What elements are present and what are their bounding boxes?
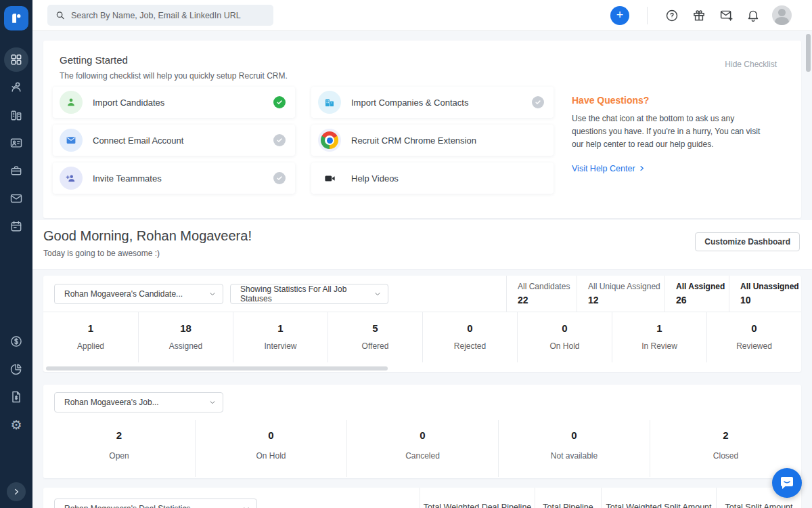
- deals-icon: [9, 335, 23, 348]
- jobs-icon: [9, 164, 23, 177]
- topbar: +: [32, 0, 812, 31]
- check-pending-icon: [532, 96, 544, 108]
- invoices-icon: [9, 390, 23, 404]
- deal-stats-card: Rohan Mogaveera's Deal Statistics Total …: [43, 488, 801, 508]
- sidebar-item-companies[interactable]: [4, 103, 28, 127]
- sidebar: ⚙: [0, 0, 32, 508]
- candidate-stats-header: Rohan Mogaveera's Candidate... Showing S…: [43, 276, 801, 312]
- search-icon: [55, 10, 65, 20]
- sidebar-item-calendar[interactable]: [4, 214, 28, 238]
- checklist-item-connect-email[interactable]: Connect Email Account: [53, 125, 295, 156]
- greeting-subtitle: Today is going to be awesome :): [43, 249, 160, 258]
- getting-started-title: Getting Started: [60, 54, 785, 66]
- col-total-pipeline: Total Pipeline: [535, 488, 601, 508]
- sidebar-item-settings[interactable]: ⚙: [4, 412, 28, 437]
- dashboard-icon: [9, 53, 23, 66]
- video-icon: [318, 167, 341, 190]
- gift-icon: [692, 9, 706, 22]
- stat-canceled[interactable]: 0 Canceled: [346, 420, 498, 477]
- getting-started-subtitle: The following checklist will help you qu…: [60, 71, 785, 81]
- search-input[interactable]: [71, 11, 265, 20]
- col-total-weighted-split-amount: Total Weighted Split Amount: [601, 488, 716, 508]
- candidate-owner-dropdown[interactable]: Rohan Mogaveera's Candidate...: [54, 284, 223, 304]
- job-owner-dropdown[interactable]: Rohan Mogaveera's Job...: [54, 392, 223, 412]
- job-stats-card: Rohan Mogaveera's Job... 2 Open 0 On Hol…: [43, 385, 801, 478]
- stat-assigned[interactable]: 18 Assigned: [138, 312, 233, 362]
- job-status-filter-dropdown[interactable]: Showing Statistics For All Job Statuses: [230, 284, 388, 304]
- horizontal-scrollbar[interactable]: [46, 366, 388, 371]
- sidebar-item-emails[interactable]: [4, 186, 28, 211]
- tab-all-unique-assigned[interactable]: All Unique Assigned 12: [577, 276, 664, 312]
- help-icon: [665, 9, 679, 22]
- chevron-down-icon: [233, 503, 250, 508]
- candidate-stats-card: Rohan Mogaveera's Candidate... Showing S…: [43, 276, 801, 372]
- app-window: ⚙ +: [0, 0, 812, 508]
- have-questions-title: Have Questions?: [572, 95, 775, 106]
- job-stats-row: 2 Open 0 On Hold 0 Canceled 0 Not availa…: [43, 420, 801, 477]
- checklist-item-import-companies[interactable]: Import Companies & Contacts: [311, 87, 554, 118]
- mail-plus-icon: [719, 8, 734, 22]
- deal-stats-header: Rohan Mogaveera's Deal Statistics Total …: [43, 488, 801, 508]
- sidebar-collapse-toggle[interactable]: [7, 482, 26, 501]
- check-done-icon: [273, 96, 286, 108]
- chevron-right-icon: [639, 165, 645, 171]
- tab-all-assigned[interactable]: All Assigned 26: [664, 276, 729, 312]
- whats-new-button[interactable]: [691, 7, 707, 24]
- user-avatar[interactable]: [772, 5, 792, 25]
- tab-all-candidates[interactable]: All Candidates 22: [506, 276, 577, 312]
- tab-all-unassigned[interactable]: All Unassigned 10: [729, 276, 801, 312]
- chevron-down-icon: [200, 396, 216, 408]
- chevron-down-icon: [365, 288, 381, 300]
- deal-owner-dropdown[interactable]: Rohan Mogaveera's Deal Statistics: [54, 499, 257, 508]
- vertical-scrollbar[interactable]: [806, 34, 811, 72]
- greeting-band: Good Morning, Rohan Mogaveera! Today is …: [32, 220, 812, 269]
- check-pending-icon: [273, 172, 286, 184]
- hide-checklist-link[interactable]: Hide Checklist: [725, 60, 777, 69]
- sidebar-item-invoices[interactable]: [4, 385, 28, 409]
- quick-add-button[interactable]: +: [610, 6, 629, 25]
- recruit-crm-logo[interactable]: [4, 6, 28, 30]
- checklist-item-help-videos[interactable]: Help Videos: [311, 163, 554, 194]
- help-button[interactable]: [664, 7, 680, 24]
- stat-applied[interactable]: 1 Applied: [43, 312, 138, 362]
- checklist-item-invite-teammates[interactable]: Invite Teammates: [53, 163, 295, 194]
- candidates-icon: [9, 81, 23, 94]
- checklist-item-chrome-extension[interactable]: Recruit CRM Chrome Extension: [311, 125, 554, 156]
- stat-rejected[interactable]: 0 Rejected: [422, 312, 517, 362]
- stat-interview[interactable]: 1 Interview: [233, 312, 328, 362]
- email-inbox-button[interactable]: [718, 7, 734, 24]
- building-icon: [318, 91, 341, 114]
- visit-help-center-link[interactable]: Visit Help Center: [572, 164, 645, 173]
- checklist-item-import-candidates[interactable]: Import Candidates: [53, 87, 295, 118]
- main-content: Getting Started The following checklist …: [32, 31, 812, 508]
- stat-in-review[interactable]: 1 In Review: [612, 312, 706, 362]
- stat-closed[interactable]: 2 Closed: [650, 420, 801, 477]
- chat-bubble-icon: [779, 475, 795, 491]
- sidebar-item-reports[interactable]: [4, 357, 28, 381]
- stat-on-hold[interactable]: 0 On Hold: [517, 312, 612, 362]
- have-questions-body: Use the chat icon at the bottom to ask u…: [572, 112, 769, 152]
- stat-reviewed[interactable]: 0 Reviewed: [706, 312, 801, 362]
- sidebar-item-candidates[interactable]: [4, 75, 28, 100]
- stat-offered[interactable]: 5 Offered: [328, 312, 422, 362]
- sidebar-item-dashboard[interactable]: [4, 47, 28, 72]
- emails-icon: [9, 192, 23, 205]
- checklist-grid: Import Candidates Import Companies & Con…: [53, 87, 554, 194]
- sidebar-item-jobs[interactable]: [4, 158, 28, 183]
- stat-open[interactable]: 2 Open: [43, 420, 195, 477]
- chevron-down-icon: [200, 288, 216, 300]
- customize-dashboard-button[interactable]: Customize Dashboard: [695, 232, 800, 251]
- contacts-icon: [9, 136, 23, 150]
- global-search[interactable]: [47, 5, 273, 26]
- stat-on-hold[interactable]: 0 On Hold: [195, 420, 346, 477]
- stat-not-available[interactable]: 0 Not available: [498, 420, 650, 477]
- companies-icon: [9, 108, 23, 122]
- sidebar-item-contacts[interactable]: [4, 131, 28, 155]
- live-chat-button[interactable]: [772, 468, 802, 498]
- bell-icon: [746, 9, 760, 22]
- check-pending-icon: [273, 134, 286, 146]
- deal-column-headers: Total Weighted Deal Pipeline Total Pipel…: [420, 488, 801, 508]
- notifications-button[interactable]: [745, 7, 761, 24]
- envelope-icon: [60, 129, 83, 152]
- sidebar-item-deals[interactable]: [4, 329, 28, 354]
